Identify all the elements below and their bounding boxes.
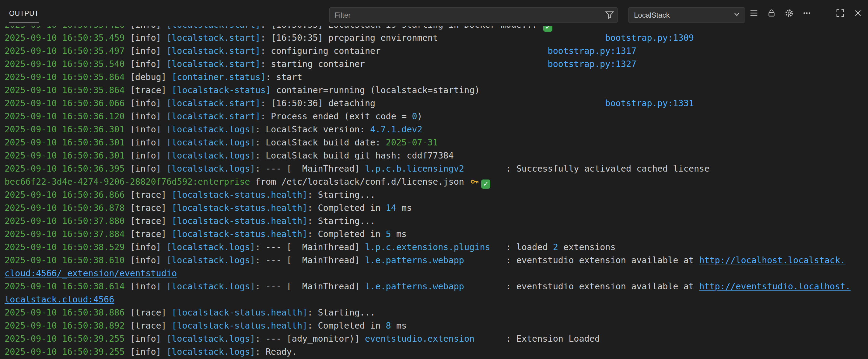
log-segment: [info] [130,137,166,148]
source-link[interactable]: bootstrap.py:1317 [548,46,637,56]
log-line: localstack.cloud:4566 [5,293,863,306]
log-segment: [trace] [130,321,172,331]
log-link[interactable]: http://eventstudio.localhost. [699,282,851,291]
log-segment: 4.7.1.dev2 [370,124,423,134]
log-segment: 2025-07-31 [386,137,438,148]
log-segment: : eventstudio extension available at [506,255,699,265]
log-line: 2025-09-10 16:50:36.301 [info] [localsta… [5,123,863,136]
log-segment: l.e.patterns.webapp [365,282,464,291]
filter-input[interactable] [329,7,618,23]
log-segment: ms [391,229,407,239]
log-line: 2025-09-10 16:50:39.255 [info] [localsta… [5,332,863,345]
log-segment: : --- [ MainThread] [255,282,365,291]
log-segment: [localstack-status] [172,85,271,95]
log-segment: : Starting... [307,307,375,318]
log-line: bec66f22-3d4e-4274-9206-28820f76d592:ent… [5,175,863,188]
log-segment: : Completed in [307,321,385,331]
log-segment: 2025-09-10 16:50:35.864 [5,72,130,82]
log-segment: [info] [130,26,166,30]
log-segment: bec66f22-3d4e-4274-9206-28820f76d592:ent… [5,177,250,187]
log-segment: : --- [ady_monitor)] [255,334,365,344]
source-link[interactable]: bootstrap.py:1327 [548,59,637,69]
log-line: 2025-09-10 16:50:36.301 [info] [localsta… [5,149,863,162]
log-segment: : [16:50:36] detaching [260,98,376,108]
log-line: 2025-09-10 16:50:39.255 [info] [localsta… [5,345,863,358]
ellipsis-icon[interactable] [800,7,813,20]
log-link[interactable]: http://localhost.localstack. [699,255,845,265]
log-segment: ms [396,203,412,213]
log-segment: [localstack-status.health] [172,307,307,318]
maximize-panel-icon[interactable] [834,7,847,20]
log-segment: 2025-09-10 16:50:36.301 [5,151,130,161]
log-line: 2025-09-10 16:50:36.395 [info] [localsta… [5,162,863,175]
channel-dropdown[interactable]: LocalStack [628,7,745,23]
check-emoji: ✓ [543,26,552,32]
log-segment: [info] [130,59,166,69]
log-segment: : eventstudio extension available at [506,282,699,291]
log-segment: : Completed in [307,229,385,239]
log-segment: [trace] [130,307,172,318]
log-segment: [info] [130,347,166,357]
panel-toolbar: OUTPUT LocalStack [0,0,868,26]
log-segment: : Process ended (exit code = [260,111,412,121]
log-segment: [localstack.logs] [166,124,255,134]
log-segment: : Ready. [255,347,297,357]
tab-output[interactable]: OUTPUT [9,4,39,23]
log-padding [464,282,506,291]
log-segment: [info] [130,46,166,56]
lock-icon[interactable] [765,7,778,20]
check-emoji: ✓ [481,180,490,189]
log-output[interactable]: 2025-09-10 16:50:35.426 [info] [localsta… [0,26,868,359]
log-segment: [trace] [130,216,172,226]
log-line: 2025-09-10 16:50:38.614 [info] [localsta… [5,280,863,293]
log-segment: 2025-09-10 16:50:38.614 [5,282,130,291]
log-segment: 2025-09-10 16:50:36.866 [5,190,130,200]
filter-funnel-icon[interactable] [605,10,614,20]
log-segment: 2025-09-10 16:50:39.255 [5,347,130,357]
log-segment: 14 [386,203,396,213]
log-segment: [info] [130,124,166,134]
log-segment: 5 [386,229,391,239]
log-segment: [localstack-status.health] [172,203,307,213]
log-segment: container=running (localstack=starting) [271,85,479,95]
log-segment: [debug] [130,72,172,82]
log-segment: [info] [130,33,166,43]
key-emoji [470,177,479,186]
log-line: cloud:4566/_extension/eventstudio [5,267,863,280]
tab-output-label: OUTPUT [9,9,39,18]
log-segment: ) [417,111,423,121]
log-segment: : LocalStack build git hash: cddf77384 [255,151,454,161]
source-link[interactable]: bootstrap.py:1309 [605,33,694,43]
log-segment: : Starting... [307,190,375,200]
log-padding [365,59,548,69]
log-segment: : LocalStack build date: [255,137,386,148]
close-panel-icon[interactable] [851,7,864,20]
log-line: 2025-09-10 16:50:36.866 [trace] [localst… [5,188,863,201]
log-segment: [localstack.start] [166,26,260,30]
log-segment: : start [266,72,302,82]
log-segment: [localstack.start] [166,33,260,43]
log-segment: 0 [412,111,417,121]
log-padding [464,255,506,265]
log-padding [464,164,506,174]
log-link[interactable]: cloud:4566/_extension/eventstudio [5,268,177,279]
log-segment: 2 [553,242,558,252]
log-segment: [localstack.logs] [166,334,255,344]
log-segment: 2025-09-10 16:50:38.886 [5,307,130,318]
log-segment: 2025-09-10 16:50:36.878 [5,203,130,213]
source-link[interactable]: bootstrap.py:1331 [605,98,694,108]
log-segment: [localstack.logs] [166,151,255,161]
log-segment: ms [391,321,407,331]
log-line: 2025-09-10 16:50:35.459 [info] [localsta… [5,31,863,44]
word-wrap-icon[interactable] [747,7,760,20]
log-line: 2025-09-10 16:50:35.864 [trace] [localst… [5,84,863,97]
log-segment: [localstack-status.health] [172,216,307,226]
gear-icon[interactable] [783,7,796,20]
log-segment: [localstack.start] [166,98,260,108]
log-segment: : Successfully activated cached license [506,164,709,174]
log-segment: 2025-09-10 16:50:36.120 [5,111,130,121]
log-segment: : loaded [506,242,553,252]
log-link[interactable]: localstack.cloud:4566 [5,294,114,304]
log-segment: [info] [130,151,166,161]
toolbar-actions [747,0,864,26]
